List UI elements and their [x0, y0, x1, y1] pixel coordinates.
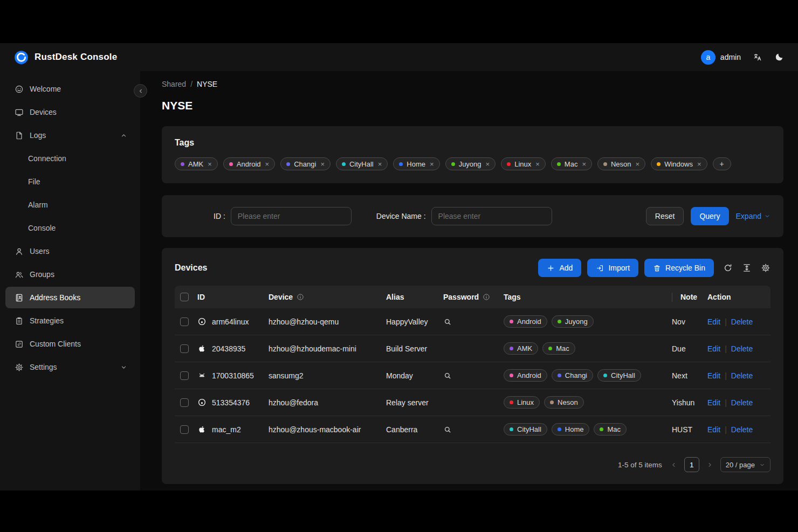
delete-link[interactable]: Delete — [731, 317, 753, 326]
sidebar-item-console[interactable]: Console — [5, 217, 135, 239]
apple-os-icon — [197, 425, 207, 434]
edit-link[interactable]: Edit — [707, 398, 720, 407]
view-password-icon[interactable] — [443, 425, 452, 434]
chevron-up-icon — [120, 132, 127, 139]
edit-link[interactable]: Edit — [707, 344, 720, 353]
remove-tag-icon[interactable]: × — [208, 161, 212, 168]
remove-tag-icon[interactable]: × — [486, 161, 490, 168]
remove-tag-icon[interactable]: × — [535, 161, 540, 168]
tag-label: Linux — [517, 398, 534, 406]
sidebar: Welcome Devices Logs Connection File Ala… — [0, 71, 140, 490]
remove-tag-icon[interactable]: × — [582, 161, 586, 168]
table-header-row: ID Device Alias Password Tags Note Actio… — [175, 286, 771, 308]
sidebar-item-groups[interactable]: Groups — [5, 264, 135, 285]
devices-card-title: Devices — [175, 263, 208, 273]
prev-page-icon[interactable] — [670, 461, 677, 468]
sidebar-item-alarm[interactable]: Alarm — [5, 194, 135, 216]
delete-link[interactable]: Delete — [731, 425, 753, 434]
page-size-value: 20 / page — [726, 461, 755, 469]
sidebar-item-address-books[interactable]: Address Books — [5, 287, 135, 308]
tag-chip: Mac — [594, 423, 627, 436]
delete-link[interactable]: Delete — [731, 371, 753, 380]
remove-tag-icon[interactable]: × — [430, 161, 434, 168]
row-checkbox[interactable] — [180, 425, 189, 434]
select-all-checkbox[interactable] — [180, 293, 189, 301]
row-checkbox[interactable] — [180, 371, 189, 380]
edit-link[interactable]: Edit — [707, 425, 720, 434]
delete-link[interactable]: Delete — [731, 344, 753, 353]
page-number-button[interactable]: 1 — [684, 457, 699, 472]
import-icon — [596, 264, 604, 272]
tag-color-dot — [657, 162, 661, 166]
tags-card: Tags AMK × Android × Changi — [162, 126, 783, 183]
sidebar-item-file[interactable]: File — [5, 171, 135, 192]
sidebar-subitem-label: Alarm — [28, 201, 48, 209]
translate-icon[interactable] — [753, 52, 762, 62]
page-title: NYSE — [162, 99, 783, 112]
page-size-select[interactable]: 20 / page — [720, 457, 771, 472]
query-button[interactable]: Query — [691, 207, 728, 225]
filter-card: ID : Device Name : Reset Query Expand — [162, 195, 783, 237]
device-alias: Relay server — [386, 398, 429, 407]
sidebar-item-devices[interactable]: Devices — [5, 101, 135, 123]
row-density-icon[interactable] — [742, 263, 752, 273]
view-password-icon[interactable] — [443, 317, 452, 326]
sidebar-item-users[interactable]: Users — [5, 240, 135, 262]
tag-color-dot — [600, 427, 603, 431]
add-tag-button[interactable]: + — [713, 157, 731, 170]
sidebar-collapse-button[interactable] — [134, 84, 147, 98]
refresh-icon[interactable] — [723, 263, 733, 273]
remove-tag-icon[interactable]: × — [697, 161, 701, 168]
recycle-bin-button[interactable]: Recycle Bin — [644, 259, 714, 277]
row-checkbox[interactable] — [180, 317, 189, 326]
tag-label: Neson — [558, 398, 578, 406]
reset-button[interactable]: Reset — [646, 207, 684, 225]
tag-label: Android — [517, 317, 541, 326]
remove-tag-icon[interactable]: × — [378, 161, 382, 168]
table-settings-gear-icon[interactable] — [761, 263, 771, 273]
note-value: HUST — [672, 425, 692, 434]
rustdesk-logo-icon — [14, 50, 29, 65]
action-divider: | — [725, 398, 727, 407]
sidebar-item-settings[interactable]: Settings — [5, 356, 135, 378]
row-checkbox[interactable] — [180, 344, 189, 353]
dark-mode-moon-icon[interactable] — [774, 52, 784, 62]
delete-link[interactable]: Delete — [731, 398, 753, 407]
add-button[interactable]: Add — [538, 259, 581, 277]
sidebar-item-connection[interactable]: Connection — [5, 148, 135, 169]
gear-icon — [15, 363, 24, 372]
sidebar-item-logs[interactable]: Logs — [5, 125, 135, 146]
tag-label: Android — [237, 160, 261, 168]
sidebar-item-custom-clients[interactable]: Custom Clients — [5, 333, 135, 355]
remove-tag-icon[interactable]: × — [636, 161, 640, 168]
tag-label: CityHall — [349, 160, 374, 168]
table-row: arm64linux hzhou@hzhou-qemu HappyValley … — [175, 308, 771, 335]
user-menu[interactable]: a admin — [701, 50, 741, 65]
device-name-input[interactable] — [431, 207, 552, 225]
import-button[interactable]: Import — [587, 259, 638, 277]
sidebar-item-strategies[interactable]: Strategies — [5, 310, 135, 331]
edit-link[interactable]: Edit — [707, 317, 720, 326]
tag-color-dot — [451, 162, 455, 166]
tag-label: Changi — [294, 160, 316, 168]
tag-label: Mac — [607, 425, 621, 433]
edit-link[interactable]: Edit — [707, 371, 720, 380]
breadcrumb-shared[interactable]: Shared — [162, 80, 186, 88]
device-name: sansumg2 — [269, 371, 304, 380]
next-page-icon[interactable] — [706, 461, 713, 468]
view-password-icon[interactable] — [443, 371, 452, 380]
device-id: 1700310865 — [212, 371, 254, 380]
id-input[interactable] — [231, 207, 352, 225]
clipboard-icon — [15, 316, 24, 326]
remove-tag-icon[interactable]: × — [320, 161, 325, 168]
sidebar-item-label: Strategies — [30, 316, 64, 325]
breadcrumb-current: NYSE — [197, 80, 217, 88]
row-checkbox[interactable] — [180, 398, 189, 407]
avatar: a — [701, 50, 716, 65]
tag-chip: AMK — [504, 342, 538, 355]
sidebar-item-welcome[interactable]: Welcome — [5, 78, 135, 100]
info-icon — [483, 293, 490, 301]
remove-tag-icon[interactable]: × — [265, 161, 270, 168]
chevron-down-icon — [759, 462, 765, 468]
expand-link[interactable]: Expand — [736, 212, 771, 220]
